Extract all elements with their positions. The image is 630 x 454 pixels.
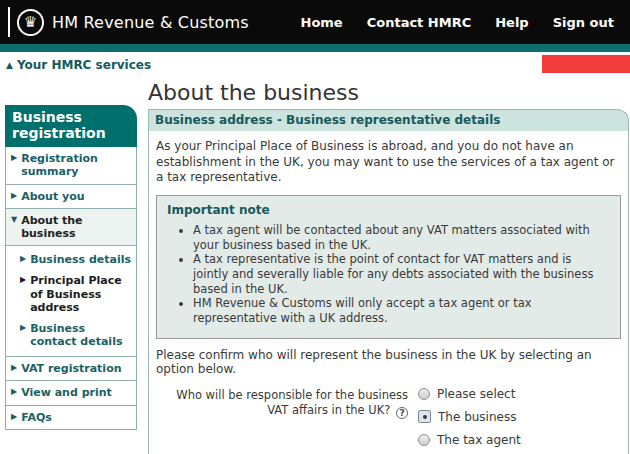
important-note-bullet: A tax representative is the point of con… [193,252,610,296]
important-note-bullet: HM Revenue & Customs will only accept a … [193,296,610,325]
your-hmrc-services-link[interactable]: ▲ Your HMRC services [6,58,151,72]
arrow-right-icon: ▶ [11,362,17,375]
radio-option-please-select[interactable]: Please select [418,387,574,401]
your-hmrc-services-label: Your HMRC services [17,58,151,72]
sidebar-item-label: FAQs [21,411,52,424]
top-nav: Home Contact HMRC Help Sign out [301,15,630,30]
arrow-down-icon: ▼ [11,214,17,240]
sidebar-subsection-about-the-business: ▶ Business details ▶ Principal Place of … [6,246,136,357]
radio-option-label[interactable]: Please select [437,387,515,401]
radio-option-the-tax-agent[interactable]: The tax agent [418,433,574,447]
sidebar-item-label: View and print [21,386,112,399]
main-content: About the business Business address - Bu… [148,80,629,454]
nav-help-link[interactable]: Help [495,15,528,30]
intro-paragraph: As your Principal Place of Business is a… [156,139,621,186]
sidebar-title: Business registration [5,105,137,147]
page-title: About the business [148,80,629,105]
teal-divider-strip [0,44,630,52]
sidebar-item-view-and-print[interactable]: ▶ View and print [6,381,136,405]
sidebar-item-label: About you [21,190,84,203]
radio-option-label[interactable]: The tax agent [437,433,521,447]
redacted-red-box [542,55,630,73]
sidebar-item-about-the-business[interactable]: ▼ About the business [6,209,136,246]
sidebar-business-registration: Business registration ▶ Registration sum… [5,105,137,430]
sidebar-item-faqs[interactable]: ▶ FAQs [6,406,136,429]
radio-button-icon[interactable] [418,434,430,446]
brand-name: HM Revenue & Customs [52,13,249,32]
help-icon[interactable]: ? [396,407,408,419]
top-header: ♛ HM Revenue & Customs Home Contact HMRC… [0,0,630,44]
sidebar-nav-list: ▶ Registration summary ▶ About you ▼ Abo… [5,147,137,430]
sidebar-item-about-you[interactable]: ▶ About you [6,185,136,209]
sidebar-item-label: Registration summary [21,152,133,178]
important-note-list: A tax agent will be contacted about any … [193,223,610,326]
arrow-right-icon: ▶ [11,190,17,203]
nav-contact-hmrc-link[interactable]: Contact HMRC [367,15,472,30]
sidebar-subitem-label: Business details [30,253,131,266]
sidebar-item-vat-registration[interactable]: ▶ VAT registration [6,357,136,381]
sidebar-item-registration-summary[interactable]: ▶ Registration summary [6,147,136,184]
arrow-right-icon: ▶ [20,322,26,348]
question-text: Who will be responsible for the business… [176,388,408,418]
question-label: Who will be responsible for the business… [156,386,408,454]
sidebar-subitem-business-details[interactable]: ▶ Business details [6,249,136,270]
important-note-box: Important note A tax agent will be conta… [156,195,621,339]
radio-option-label[interactable]: The business [438,410,516,424]
arrow-right-icon: ▶ [11,152,17,178]
page: ♛ HM Revenue & Customs Home Contact HMRC… [0,0,630,454]
brand-divider [8,7,10,37]
arrow-right-icon: ▶ [20,274,26,314]
sidebar-item-label: VAT registration [21,362,121,375]
important-note-bullet: A tax agent will be contacted about any … [193,223,610,252]
radio-option-the-business[interactable]: The business [418,410,574,424]
sidebar-item-label: About the business [21,214,133,240]
nav-home-link[interactable]: Home [301,15,343,30]
confirm-instruction: Please confirm who will represent the bu… [156,348,621,376]
radio-button-icon[interactable] [418,388,430,400]
content-panel: As your Principal Place of Business is a… [148,131,629,454]
nav-sign-out-link[interactable]: Sign out [553,15,614,30]
arrow-right-icon: ▶ [20,253,26,266]
section-heading-bar: Business address - Business representati… [148,109,629,131]
important-note-title: Important note [167,203,610,217]
hmrc-crown-logo-icon: ♛ [17,9,44,36]
radio-option-group: Please select The business The tax agent… [418,386,574,454]
vat-responsibility-form-row: Who will be responsible for the business… [156,386,621,454]
sidebar-subitem-business-contact-details[interactable]: ▶ Business contact details [6,318,136,352]
radio-button-selected-icon[interactable] [418,410,431,423]
arrow-right-icon: ▶ [11,411,17,424]
sidebar-subitem-label: Principal Place of Business address [30,274,134,314]
sidebar-subitem-principal-place-of-business-address[interactable]: ▶ Principal Place of Business address [6,270,136,318]
arrow-right-icon: ▶ [11,386,17,399]
sidebar-subitem-label: Business contact details [30,322,134,348]
brand-block: ♛ HM Revenue & Customs [0,7,249,37]
collapse-triangle-icon: ▲ [6,60,13,70]
